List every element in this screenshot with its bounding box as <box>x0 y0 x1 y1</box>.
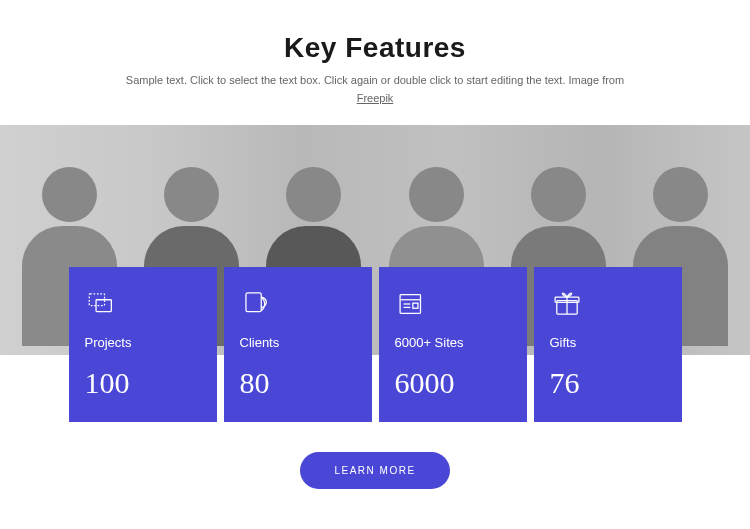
card-value: 80 <box>240 366 356 400</box>
card-gifts: Gifts 76 <box>534 267 682 422</box>
shell-icon <box>240 285 356 323</box>
card-clients: Clients 80 <box>224 267 372 422</box>
subtitle-text[interactable]: Sample text. Click to select the text bo… <box>126 74 624 86</box>
card-label: Projects <box>85 335 201 350</box>
subtitle: Sample text. Click to select the text bo… <box>115 72 635 107</box>
hero: Projects 100 Clients 80 6000+ Sites 6000… <box>0 125 750 422</box>
card-value: 100 <box>85 366 201 400</box>
cards-icon <box>85 285 201 323</box>
card-value: 6000 <box>395 366 511 400</box>
learn-more-button[interactable]: LEARN MORE <box>300 452 449 489</box>
card-projects: Projects 100 <box>69 267 217 422</box>
stats-cards: Projects 100 Clients 80 6000+ Sites 6000… <box>0 267 750 422</box>
card-label: Clients <box>240 335 356 350</box>
card-value: 76 <box>550 366 666 400</box>
freepik-link[interactable]: Freepik <box>357 92 394 104</box>
newspaper-icon <box>395 285 511 323</box>
svg-rect-7 <box>412 303 417 308</box>
page-title: Key Features <box>40 32 710 64</box>
header: Key Features Sample text. Click to selec… <box>0 0 750 125</box>
gift-icon <box>550 285 666 323</box>
cta-wrap: LEARN MORE <box>0 422 750 489</box>
svg-rect-2 <box>245 293 260 312</box>
card-label: Gifts <box>550 335 666 350</box>
card-sites: 6000+ Sites 6000 <box>379 267 527 422</box>
card-label: 6000+ Sites <box>395 335 511 350</box>
